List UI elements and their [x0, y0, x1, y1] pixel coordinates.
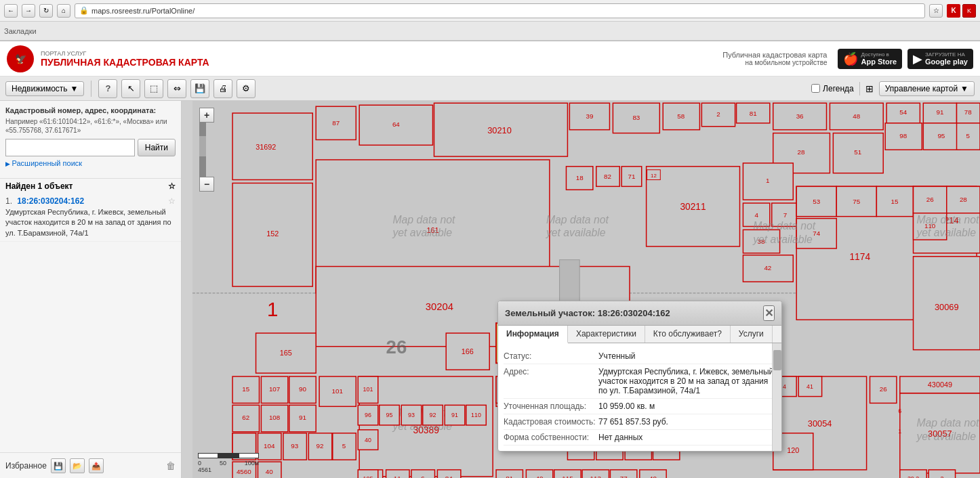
manage-label: Управление картой — [885, 84, 958, 93]
scale-seg-white2 — [239, 453, 259, 458]
kaspersky-icon2: K — [962, 4, 976, 18]
svg-text:28: 28 — [960, 196, 967, 203]
svg-text:30211: 30211 — [680, 202, 706, 212]
cursor-tool-button[interactable]: ↖ — [121, 79, 140, 98]
svg-text:30204: 30204 — [426, 301, 453, 312]
back-button[interactable]: ← — [4, 4, 18, 18]
svg-text:1: 1 — [898, 428, 901, 435]
svg-text:yet available: yet available — [392, 227, 452, 238]
zoom-thumb[interactable] — [199, 136, 206, 156]
popup-close-button[interactable]: ✕ — [763, 305, 775, 321]
svg-text:98: 98 — [899, 132, 907, 139]
result-star[interactable]: ☆ — [168, 196, 176, 206]
tab-characteristics[interactable]: Характеристики — [568, 326, 645, 343]
scale-label-0: 0 — [198, 460, 201, 466]
bookmark-button[interactable]: ☆ — [929, 4, 943, 18]
save-favorites-button[interactable]: 💾 — [51, 458, 66, 473]
advanced-search-link[interactable]: Расширенный поиск — [5, 159, 176, 167]
svg-text:30210: 30210 — [487, 125, 512, 135]
forward-button[interactable]: → — [22, 4, 35, 18]
svg-text:11: 11 — [394, 475, 401, 478]
popup-scrollbar[interactable] — [772, 343, 781, 451]
popup-header: Земельный участок: 18:26:030204:162 ✕ — [498, 301, 781, 326]
popup-title: Земельный участок: 18:26:030204:162 — [505, 308, 670, 318]
appstore-label: Доступно в App Store — [861, 51, 897, 66]
svg-text:Map data not: Map data not — [753, 220, 816, 232]
scale-labels: 0 50 100м — [198, 460, 259, 466]
help-button[interactable]: ? — [98, 79, 117, 98]
import-favorites-button[interactable]: 📂 — [70, 458, 85, 473]
svg-text:40: 40 — [365, 437, 371, 443]
sidebar-footer: Избранное 💾 📂 📤 🗑 — [0, 452, 181, 478]
svg-text:152: 152 — [266, 230, 279, 238]
svg-text:28: 28 — [798, 148, 805, 156]
svg-text:77: 77 — [620, 475, 628, 478]
results-count: Найден 1 объект — [5, 181, 73, 191]
tab-services[interactable]: Услуги — [731, 326, 773, 343]
area-value: 10 959.00 кв. м — [598, 401, 655, 411]
refresh-button[interactable]: ↻ — [39, 4, 53, 18]
export-favorites-button[interactable]: 📤 — [89, 458, 104, 473]
svg-text:41: 41 — [807, 383, 813, 390]
address-bar[interactable]: 🔒 maps.rosreestr.ru/PortalOnline/ — [75, 3, 925, 18]
svg-text:83: 83 — [632, 114, 640, 121]
svg-text:113: 113 — [590, 475, 602, 478]
svg-text:58: 58 — [677, 112, 685, 120]
app-header: 🦅 ПОРТАЛ УСЛУГ ПУБЛИЧНАЯ КАДАСТРОВАЯ КАР… — [0, 41, 980, 77]
zoom-scale-track[interactable] — [199, 123, 206, 177]
result-number: 1. — [5, 196, 12, 206]
legend-checkbox[interactable] — [811, 84, 820, 93]
svg-text:92: 92 — [317, 442, 324, 450]
settings-tool-button[interactable]: ⚙ — [237, 79, 256, 98]
info-row-address: Адрес: Удмуртская Республика, г. Ижевск,… — [504, 364, 776, 399]
svg-text:39: 39 — [586, 112, 593, 120]
search-button[interactable]: Найти — [138, 139, 176, 156]
svg-text:4: 4 — [783, 383, 786, 390]
appstore-badge[interactable]: 🍎 Доступно в App Store — [838, 49, 902, 69]
cursor-icon: ↖ — [127, 83, 135, 93]
popup-content-wrapper: Статус: Учтенный Адрес: Удмуртская Респу… — [498, 343, 781, 451]
save-tool-button[interactable]: 💾 — [190, 79, 209, 98]
tab-info[interactable]: Информация — [498, 326, 568, 343]
ownership-value: Нет данных — [598, 433, 642, 442]
results-star[interactable]: ☆ — [168, 181, 176, 191]
svg-text:7: 7 — [783, 211, 787, 219]
map-manage-button[interactable]: Управление картой ▼ — [879, 81, 975, 96]
print-icon: 🖨 — [219, 83, 228, 93]
svg-text:6: 6 — [898, 408, 901, 414]
svg-text:108: 108 — [269, 414, 281, 421]
svg-text:51: 51 — [854, 148, 861, 156]
zoom-in-button[interactable]: + — [199, 108, 214, 123]
result-link[interactable]: 18:26:030204:162 — [17, 196, 84, 206]
address-value: Удмуртская Республика, г. Ижевск, земель… — [598, 367, 776, 395]
scrollbar-thumb[interactable] — [773, 350, 781, 370]
svg-text:40: 40 — [649, 475, 657, 478]
select-tool-button[interactable]: ⬚ — [144, 79, 163, 98]
googleplay-badge[interactable]: ▶ ЗАГРУЗИТЕ НА Google play — [907, 49, 973, 69]
svg-text:26: 26 — [880, 385, 887, 393]
delete-favorites-button[interactable]: 🗑 — [166, 460, 176, 471]
svg-text:40: 40 — [536, 475, 544, 478]
svg-text:54: 54 — [899, 108, 907, 116]
svg-text:120: 120 — [787, 446, 799, 454]
scale-seg-black — [218, 453, 239, 458]
info-row-ownership: Форма собственности: Нет данных — [504, 430, 776, 446]
search-input[interactable] — [5, 139, 135, 156]
property-type-dropdown[interactable]: Недвижимость ▼ — [5, 81, 84, 96]
header-right: Публичная кадастровая карта на мобильном… — [722, 49, 973, 69]
home-button[interactable]: ⌂ — [57, 4, 70, 18]
url-text: maps.rosreestr.ru/PortalOnline/ — [91, 7, 195, 15]
grid-icon: ⊞ — [865, 83, 874, 94]
svg-text:1174: 1174 — [849, 252, 870, 262]
zoom-out-button[interactable]: − — [199, 177, 214, 192]
svg-text:31692: 31692 — [256, 143, 276, 151]
svg-text:4: 4 — [754, 211, 758, 219]
print-tool-button[interactable]: 🖨 — [213, 79, 232, 98]
legend-checkbox-label[interactable]: Легенда — [811, 84, 854, 93]
svg-text:36: 36 — [796, 112, 804, 120]
tab-services-who[interactable]: Кто обслуживает? — [645, 326, 731, 343]
svg-text:15: 15 — [891, 198, 898, 205]
map-area[interactable]: 31692 87 64 30210 39 83 58 2 81 36 48 — [192, 101, 980, 478]
svg-text:91: 91 — [451, 412, 458, 418]
svg-text:110: 110 — [471, 412, 481, 418]
